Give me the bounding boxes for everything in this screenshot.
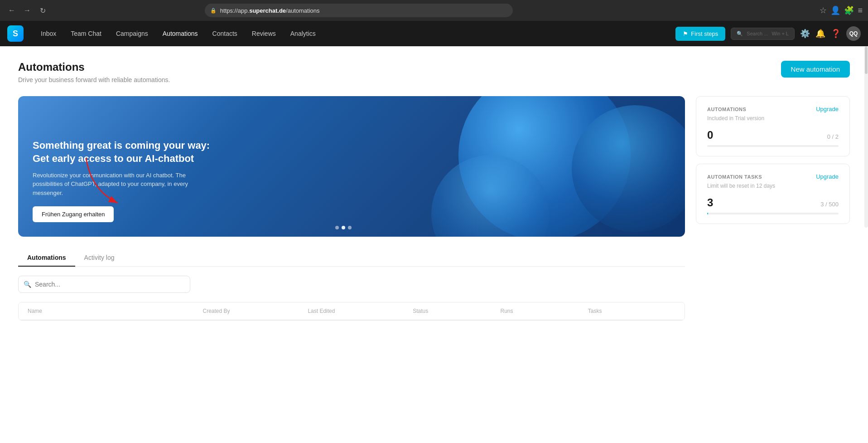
automation-tasks-stat-card: AUTOMATION TASKS Upgrade Limit will be r… xyxy=(696,164,850,224)
page-header: Automations Drive your business forward … xyxy=(18,61,850,83)
menu-icon[interactable]: ≡ xyxy=(858,6,863,15)
nav-item-campaigns[interactable]: Campaigns xyxy=(110,26,154,41)
tasks-progress-bar xyxy=(707,213,839,214)
nav-item-analytics[interactable]: Analytics xyxy=(284,26,322,41)
refresh-button[interactable]: ↻ xyxy=(36,4,49,17)
table-search-icon: 🔍 xyxy=(24,281,31,288)
tasks-upgrade-link[interactable]: Upgrade xyxy=(816,173,839,180)
back-button[interactable]: ← xyxy=(5,4,18,17)
search-placeholder-text: Search ... xyxy=(747,31,768,36)
tab-activity-log[interactable]: Activity log xyxy=(75,249,124,267)
col-name: Name xyxy=(28,308,203,314)
extensions-icon[interactable]: 🧩 xyxy=(844,5,854,15)
automations-upgrade-link[interactable]: Upgrade xyxy=(816,106,839,112)
tab-automations[interactable]: Automations xyxy=(18,249,75,267)
banner-wrapper: Something great is coming your way: Get … xyxy=(18,96,685,321)
nav-item-inbox[interactable]: Inbox xyxy=(34,26,63,41)
help-icon[interactable]: ❓ xyxy=(831,29,841,39)
table-search-input[interactable] xyxy=(18,276,190,293)
tasks-card-title: AUTOMATION TASKS xyxy=(707,174,762,180)
browser-nav-buttons: ← → ↻ xyxy=(5,4,49,17)
automations-card-header: AUTOMATIONS Upgrade xyxy=(707,106,839,112)
bookmark-icon[interactable]: ☆ xyxy=(820,5,827,15)
sidebar-stats: AUTOMATIONS Upgrade Included in Trial ve… xyxy=(696,96,850,224)
table-header: Name Created by Last edited Status Runs … xyxy=(19,302,685,320)
col-last-edited: Last edited xyxy=(308,308,413,314)
settings-icon[interactable]: ⚙️ xyxy=(800,29,810,39)
nav-item-team-chat[interactable]: Team Chat xyxy=(64,26,108,41)
tasks-progress-fill xyxy=(707,213,708,214)
tabs-section: Automations Activity log 🔍 Name Created … xyxy=(18,249,685,321)
col-created-by: Created by xyxy=(203,308,308,314)
tasks-card-header: AUTOMATION TASKS Upgrade xyxy=(707,173,839,180)
content-area: Something great is coming your way: Get … xyxy=(18,96,850,321)
main-nav: Inbox Team Chat Campaigns Automations Co… xyxy=(34,26,675,41)
browser-right-icons: ☆ 👤 🧩 ≡ xyxy=(820,5,863,15)
page-title: Automations xyxy=(18,61,170,73)
global-search-box[interactable]: 🔍 Search ... Win + L xyxy=(731,28,795,40)
tasks-card-subtitle: Limit will be reset in 12 days xyxy=(707,183,839,189)
navbar-right: First steps 🔍 Search ... Win + L ⚙️ 🔔 ❓ … xyxy=(675,26,861,41)
col-tasks: Tasks xyxy=(588,308,675,314)
page-header-text: Automations Drive your business forward … xyxy=(18,61,170,83)
page-subtitle: Drive your business forward with reliabl… xyxy=(18,76,170,83)
search-wrapper: 🔍 xyxy=(18,276,190,293)
nav-item-contacts[interactable]: Contacts xyxy=(206,26,244,41)
app-logo[interactable]: S xyxy=(7,25,24,42)
tabs: Automations Activity log xyxy=(18,249,685,267)
automations-stat-card: AUTOMATIONS Upgrade Included in Trial ve… xyxy=(696,96,850,156)
tasks-current: 3 xyxy=(707,196,713,209)
nav-item-reviews[interactable]: Reviews xyxy=(246,26,282,41)
address-bar[interactable]: 🔒 https://app.superchat.de/automations xyxy=(205,4,513,17)
search-shortcut-text: Win + L xyxy=(772,31,789,36)
profile-icon[interactable]: 👤 xyxy=(830,5,840,15)
app-navbar: S Inbox Team Chat Campaigns Automations … xyxy=(0,21,868,46)
nav-item-automations[interactable]: Automations xyxy=(156,26,204,41)
search-icon: 🔍 xyxy=(737,31,743,37)
dot-1[interactable] xyxy=(335,226,339,229)
col-runs: Runs xyxy=(501,308,588,314)
dot-2[interactable] xyxy=(342,226,345,229)
first-steps-button[interactable]: First steps xyxy=(675,27,725,41)
automations-max: 0 / 2 xyxy=(827,133,839,140)
automations-table: Name Created by Last edited Status Runs … xyxy=(18,302,685,321)
forward-button[interactable]: → xyxy=(21,4,34,17)
automations-card-subtitle: Included in Trial version xyxy=(707,115,839,122)
red-arrow-svg xyxy=(82,153,145,208)
automations-current: 0 xyxy=(707,129,713,141)
arrow-annotation xyxy=(82,153,145,209)
notifications-icon[interactable]: 🔔 xyxy=(815,29,825,39)
col-status: Status xyxy=(413,308,500,314)
lock-icon: 🔒 xyxy=(210,8,217,14)
main-content: Automations Drive your business forward … xyxy=(0,46,868,443)
banner-dots xyxy=(335,226,352,229)
browser-chrome: ← → ↻ 🔒 https://app.superchat.de/automat… xyxy=(0,0,868,21)
automations-card-title: AUTOMATIONS xyxy=(707,107,746,112)
automations-progress-bar xyxy=(707,145,839,147)
tasks-numbers: 3 3 / 500 xyxy=(707,196,839,209)
automations-numbers: 0 0 / 2 xyxy=(707,129,839,141)
user-avatar[interactable]: QQ xyxy=(846,26,861,41)
scrollbar[interactable] xyxy=(864,46,868,228)
url-text: https://app.superchat.de/automations xyxy=(220,7,320,14)
dot-3[interactable] xyxy=(348,226,352,229)
new-automation-button[interactable]: New automation xyxy=(781,61,850,78)
tasks-max: 3 / 500 xyxy=(820,201,839,208)
promo-banner: Something great is coming your way: Get … xyxy=(18,96,685,237)
scrollbar-thumb[interactable] xyxy=(865,47,868,74)
